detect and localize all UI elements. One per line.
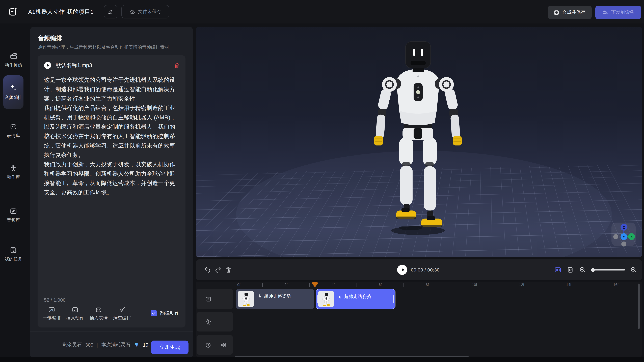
clip-label: 超帅走路姿势 [264,293,291,299]
timeline-vertical-scrollbar[interactable] [638,284,640,329]
viewport-canvas: Z Y X [196,27,642,257]
action-label: 一键编排 [42,315,61,321]
audio-arrange-panel: 音频编排 通过音频处理，生成音频素材以及融合动作和表情的音频编排素材 默认名称1… [30,27,193,358]
sidebar-label: 音频编排 [5,94,22,100]
panel-subtitle: 通过音频处理，生成音频素材以及融合动作和表情的音频编排素材 [38,44,186,50]
generate-button[interactable]: 立即生成 [151,341,188,354]
transport: 00:00 / 00:30 [397,259,440,280]
action-label: 清空编排 [113,315,131,321]
ruler-label: 12f [514,283,530,287]
timeline-clip-selected[interactable]: 超帅走路姿势 [316,289,396,309]
pencil-icon [108,9,114,15]
sidebar-label: 我的任务 [0,256,27,262]
audio-text-input[interactable]: 这是一家全球领先的公司专注于先进机器人系统的设计、制造和部署我们的使命是通过智能… [44,75,180,290]
zoom-in-button[interactable] [630,266,637,274]
music-card-icon [10,207,18,215]
clear-arrange-button[interactable]: 清空编排 [111,306,133,321]
clip-trim-handle-right[interactable] [393,295,394,303]
ruler-label: 2f [278,283,294,287]
clip-trim-handle-left[interactable] [317,295,318,303]
footer-separator: | [96,342,98,348]
broom-icon [118,306,126,313]
one-key-arrange-button[interactable]: AI 一键编排 [41,306,62,321]
gizmo-z-label: Z [623,226,625,229]
timeline-clip[interactable]: 超帅走路姿势 [236,289,314,309]
viewport-3d[interactable]: Z Y X [196,27,642,257]
sidebar-item-motion-library[interactable]: 动作库 [0,164,27,180]
tempo-icon [204,341,212,349]
rhythm-checkbox[interactable] [150,310,157,317]
fit-view-button[interactable] [566,266,574,274]
cost-value: 10 [143,342,148,348]
clip-label: 超帅走路姿势 [344,294,371,300]
zoom-slider-knob[interactable] [591,268,595,272]
track-header-motion [196,312,233,332]
deploy-button[interactable]: 下发到设备 [595,6,641,19]
sidebar-item-expression-library[interactable]: 表情库 [0,123,27,139]
action-label: 插入动作 [66,315,84,321]
gizmo-neg-x[interactable] [613,234,618,239]
topbar: A1机器人动作-我的项目1 文件未保存 合成并保存 [0,0,644,23]
bottom-strip [0,357,644,362]
ruler-label: 0f [231,283,247,287]
insert-motion-button[interactable]: 插入动作 [64,306,86,321]
robot-deploy-icon [602,9,608,15]
compose-save-button[interactable]: 合成并保存 [548,6,592,19]
gem-icon [134,342,140,348]
sidebar-item-audio-library[interactable]: 音频库 [0,207,27,223]
rename-button[interactable] [104,5,118,18]
panel-footer: 剩余灵石 300 | 本次消耗灵石 10 立即生成 [30,332,193,358]
speaker-icon[interactable] [220,341,228,349]
insert-track-toggle[interactable] [554,266,562,274]
walking-person-icon [257,294,262,299]
save-status-label: 文件未保存 [138,9,162,15]
svg-text:AI: AI [50,308,53,311]
audio-actions-row: AI 一键编排 插入动作 [41,306,182,324]
playhead-line[interactable] [314,286,315,356]
ruler-label: 16f [608,283,624,287]
save-status-button[interactable]: 文件未保存 [122,5,169,18]
timeline-ruler[interactable]: 0f 2f 4f 6f 8f 10f 12f 14f 16f [196,282,642,288]
robot-face-icon [204,295,212,303]
app-logo-icon[interactable] [8,7,18,17]
track-header-audio [196,335,233,355]
cloud-unsaved-icon [129,8,135,15]
person-icon [204,318,212,326]
char-counter: 52 / 1,000 [44,297,66,303]
zoom-out-button[interactable] [579,266,586,274]
ruler-label: 14f [561,283,577,287]
play-audio-button[interactable] [44,61,52,69]
sidebar-item-my-tasks[interactable]: 我的任务 [0,246,27,262]
remaining-stones-value: 300 [85,342,93,348]
panel-title: 音频编排 [38,34,62,42]
sidebar-item-motion-mimic[interactable]: 动作模仿 [0,52,27,68]
check-icon [152,311,156,316]
rhythm-motion-toggle[interactable]: 韵律动作 [150,310,182,317]
timeline-zoom-slider[interactable] [591,269,625,271]
delete-clip-button[interactable] [225,266,232,274]
ruler-label: 10f [466,283,482,287]
time-display: 00:00 / 00:30 [411,267,440,273]
delete-audio-button[interactable] [174,62,180,69]
view-controls [554,259,637,280]
gizmo-neg-z[interactable] [621,242,626,247]
page-title: A1机器人动作-我的项目1 [28,0,94,23]
gizmo-y-label: Y [623,235,625,239]
music-card-icon [72,306,79,313]
person-icon [10,164,18,172]
generate-label: 立即生成 [159,344,180,351]
sidebar-label: 动作库 [0,174,27,180]
clip-thumbnail [318,291,334,307]
robot-face-icon [10,123,18,131]
undo-button[interactable] [204,266,211,274]
deploy-label: 下发到设备 [611,9,634,15]
insert-expression-button[interactable]: 插入表情 [88,306,109,321]
redo-button[interactable] [214,266,222,274]
play-button[interactable] [397,265,407,275]
orientation-gizmo[interactable]: Z Y X [612,223,636,247]
ruler-label: 4f [325,283,341,287]
sidebar-item-audio-arrange[interactable]: 音频编排 [3,75,24,109]
sidebar-label: 动作模仿 [0,62,27,68]
track-header-expression [196,289,233,309]
rhythm-label: 韵律动作 [160,310,180,317]
